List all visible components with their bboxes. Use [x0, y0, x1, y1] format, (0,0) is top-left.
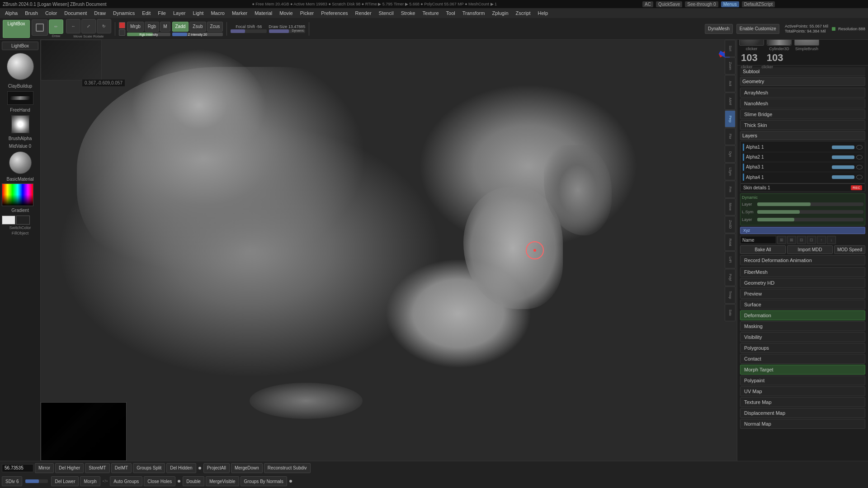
mdd-speed-button[interactable]: MOD Speed — [834, 245, 865, 254]
layer-eye-alpha4[interactable] — [856, 175, 863, 179]
subdiv-value-input[interactable] — [2, 464, 33, 472]
sdiv-button[interactable]: SDiv 6 — [2, 476, 22, 486]
del-mt-button[interactable]: DelMT — [111, 463, 132, 473]
alpha-preview[interactable] — [11, 115, 29, 133]
menu-texture[interactable]: Texture — [419, 9, 442, 17]
texture-map-btn[interactable]: Texture Map — [740, 397, 865, 407]
color-gradient[interactable] — [2, 183, 33, 206]
menu-movie[interactable]: Movie — [276, 9, 296, 17]
lightbox-panel-btn[interactable]: LightBox — [2, 42, 38, 50]
menu-picker[interactable]: Picker — [297, 9, 317, 17]
layer-eye-alpha1[interactable] — [856, 145, 863, 150]
deformation-btn[interactable]: Deformation — [740, 310, 865, 320]
menu-document[interactable]: Document — [61, 9, 90, 17]
background-color[interactable] — [119, 29, 125, 36]
menu-layer[interactable]: Layer — [170, 9, 189, 17]
scroll-btn[interactable]: Scrl — [725, 40, 736, 57]
move-button[interactable]: ↔ — [66, 19, 80, 33]
dynamic-slider-bar-1[interactable] — [757, 202, 863, 206]
morph-button[interactable]: Morph — [80, 476, 100, 486]
menus-btn[interactable]: Menus — [721, 1, 739, 7]
floor-btn[interactable]: Flor — [725, 128, 736, 145]
switch-color-btn[interactable]: SwitchColor — [2, 225, 38, 230]
ac-btn[interactable]: AC — [642, 1, 653, 7]
lsym-btn[interactable]: LSym — [725, 163, 736, 180]
layer-icon-6[interactable]: ↓ — [827, 236, 836, 244]
see-through-btn[interactable]: See-through 0 — [685, 1, 718, 7]
zadd-button[interactable]: Zadd — [172, 22, 189, 32]
fiber-mesh-btn[interactable]: FiberMesh — [740, 267, 865, 277]
layer-slider-alpha3[interactable] — [832, 165, 854, 169]
groups-split-button[interactable]: Groups Split — [133, 463, 165, 473]
dynamic-lsym-slider[interactable] — [757, 210, 863, 214]
uv-map-btn[interactable]: UV Map — [740, 386, 865, 396]
geometry-header[interactable]: Geometry — [740, 77, 865, 86]
transp-btn[interactable]: Trnsp — [725, 286, 736, 304]
menu-render[interactable]: Render — [352, 9, 375, 17]
rotate-3d-btn[interactable]: Rotat — [725, 234, 736, 251]
enable-customize-button[interactable]: Enable Customize — [736, 24, 779, 34]
store-mt-button[interactable]: StoreMT — [85, 463, 109, 473]
normal-map-btn[interactable]: Normal Map — [740, 419, 865, 429]
zsub-button[interactable]: Zsub — [189, 22, 206, 32]
persp-btn[interactable]: Perp — [725, 110, 736, 127]
menu-brush[interactable]: Brush — [22, 9, 41, 17]
displacement-map-btn[interactable]: Displacement Map — [740, 408, 865, 418]
dynamic-btn[interactable]: Dyn — [725, 145, 736, 163]
menu-edit[interactable]: Edit — [139, 9, 154, 17]
close-holes-button[interactable]: Close Holes — [144, 476, 175, 486]
menu-dynamics[interactable]: Dynamics — [110, 9, 138, 17]
stroke-preview[interactable] — [7, 91, 33, 105]
merge-visible-button[interactable]: MergeVisible — [206, 476, 239, 486]
layer-icon-3[interactable]: ⊟ — [797, 236, 806, 244]
reconstruct-subdiv-button[interactable]: Reconstruct Subdiv — [264, 463, 311, 473]
layer-slider-alpha2[interactable] — [832, 155, 854, 159]
default-zscript-btn[interactable]: DefaultZScript — [742, 1, 775, 7]
layer-slider-alpha4[interactable] — [832, 175, 854, 179]
xyz-button[interactable]: Xyz — [740, 227, 865, 234]
polyf-btn[interactable]: Polyf — [725, 269, 736, 286]
visibility-btn[interactable]: Visibility — [740, 332, 865, 342]
layer-icon-4[interactable]: ⊡ — [807, 236, 816, 244]
menu-help[interactable]: Help — [535, 9, 552, 17]
line-fill-btn[interactable]: LnFl — [725, 251, 736, 268]
dynamic-label[interactable]: Dynamic — [292, 29, 304, 32]
brush-preview[interactable] — [7, 53, 34, 80]
move-3d-btn[interactable]: Move — [725, 198, 736, 216]
thick-skin-btn[interactable]: Thick Skin — [740, 120, 865, 130]
menu-file[interactable]: File — [155, 9, 169, 17]
dynamic-slider-bar-3[interactable] — [757, 218, 863, 221]
menu-alpha[interactable]: Alpha — [2, 9, 21, 17]
layer-name-input[interactable] — [740, 236, 776, 244]
menu-transform[interactable]: Transform — [459, 9, 488, 17]
morph-target-btn[interactable]: Morph Target — [740, 365, 865, 375]
draw-button[interactable]: ✏ — [49, 19, 63, 34]
array-mesh-btn[interactable]: ArrayMesh — [740, 88, 865, 98]
layer-icon-1[interactable]: ⊞ — [777, 236, 786, 244]
black-swatch[interactable] — [16, 216, 30, 225]
menu-draw[interactable]: Draw — [91, 9, 109, 17]
groups-by-normals-button[interactable]: Groups By Normals — [241, 476, 287, 486]
menu-marker[interactable]: Marker — [229, 9, 250, 17]
surface-button[interactable]: Surface — [740, 300, 865, 310]
mirror-button[interactable]: Mirror — [35, 463, 54, 473]
m-button[interactable]: M — [160, 22, 170, 32]
masking-btn[interactable]: Masking — [740, 321, 865, 331]
dyname-sh-button[interactable]: DynaMesh — [705, 24, 733, 34]
zoom-btn[interactable]: Zoom — [725, 57, 736, 75]
layer-icon-5[interactable]: ↑ — [817, 236, 826, 244]
white-swatch[interactable] — [2, 216, 15, 225]
zoom-3d-btn[interactable]: Zm3D — [725, 216, 736, 233]
frame-btn[interactable]: Frm — [725, 181, 736, 198]
rotate-button[interactable]: ↻ — [97, 19, 111, 33]
solo-btn[interactable]: Solo — [725, 304, 736, 321]
layers-header[interactable]: Layers — [740, 131, 865, 140]
menu-material[interactable]: Material — [251, 9, 275, 17]
polypaint-btn[interactable]: Polypaint — [740, 375, 865, 385]
preview-btn[interactable]: Preview — [740, 289, 865, 299]
menu-preferences[interactable]: Preferences — [318, 9, 351, 17]
foreground-color[interactable] — [119, 22, 125, 28]
actual-btn[interactable]: Actl — [725, 75, 736, 92]
menu-stencil[interactable]: Stencil — [376, 9, 397, 17]
nano-mesh-btn[interactable]: NanoMesh — [740, 99, 865, 108]
